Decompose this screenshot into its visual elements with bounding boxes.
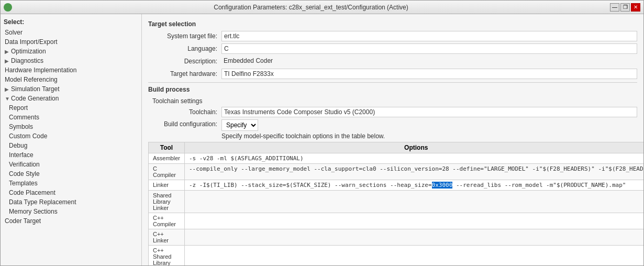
table-row: C++ Linker — [149, 229, 644, 246]
sidebar-item-data-type-replacement[interactable]: Data Type Replacement — [1, 197, 141, 207]
table-row: C Compiler--compile_only --large_memory_… — [149, 164, 644, 180]
close-button[interactable]: ✕ — [631, 3, 640, 12]
window-title: Configuration Parameters: c28x_serial_ex… — [12, 4, 610, 11]
options-cell[interactable] — [184, 229, 643, 246]
sidebar-item-code-placement[interactable]: Code Placement — [1, 188, 141, 197]
build-process-header: Build process — [148, 86, 637, 93]
sidebar-item-report[interactable]: Report — [1, 103, 141, 113]
options-cell[interactable]: -s -v28 -ml $(ASFLAGS_ADDITIONAL) — [184, 153, 643, 164]
sidebar-header: Select: — [1, 16, 141, 28]
language-row: Language: C — [148, 43, 637, 54]
sidebar-item-memory-sections[interactable]: Memory Sections — [1, 207, 141, 216]
options-cell[interactable] — [184, 213, 643, 229]
right-panel: Target selection System target file: ert… — [142, 14, 643, 265]
table-row: C++ Shared Library Li... — [149, 246, 644, 266]
build-config-select[interactable]: Specify — [221, 119, 258, 131]
options-cell[interactable]: -z -I$(TI_LIB) --stack_size=$(STACK_SIZE… — [184, 180, 643, 191]
build-config-label: Build configuration: — [148, 119, 221, 128]
toolchain-value[interactable]: Texas Instruments Code Composer Studio v… — [221, 107, 637, 117]
toolchain-table: Tool Options Assembler-s -v28 -ml $(ASFL… — [148, 142, 643, 265]
minimize-button[interactable]: — — [610, 3, 619, 12]
description-value: Embedded Coder — [221, 56, 637, 66]
system-target-row: System target file: ert.tlc — [148, 31, 637, 41]
sidebar-item-verification[interactable]: Verification — [1, 160, 141, 169]
table-row: C++ Compiler — [149, 213, 644, 229]
options-cell[interactable]: --compile_only --large_memory_model --cl… — [184, 164, 643, 180]
restore-button[interactable]: ❐ — [620, 3, 630, 12]
expand-icon-code-generation: ▼ — [5, 96, 10, 102]
window-controls: — ❐ ✕ — [610, 3, 640, 12]
sidebar-item-symbols[interactable]: Symbols — [1, 122, 141, 131]
sidebar-item-comments[interactable]: Comments — [1, 113, 141, 122]
options-cell[interactable] — [184, 191, 643, 213]
sidebar-item-code-generation[interactable]: ▼Code Generation — [1, 94, 141, 103]
main-content: Select: Solver Data Import/Export ▶Optim… — [1, 14, 643, 265]
sidebar-item-coder-target[interactable]: Coder Target — [1, 216, 141, 226]
system-target-value[interactable]: ert.tlc — [221, 31, 637, 41]
table-row: Assembler-s -v28 -ml $(ASFLAGS_ADDITIONA… — [149, 153, 644, 164]
table-row: Shared Library Linker — [149, 191, 644, 213]
expand-icon-optimization: ▶ — [5, 49, 10, 54]
toolchain-label: Toolchain: — [148, 108, 221, 116]
tool-cell: Assembler — [149, 153, 185, 164]
target-hardware-label: Target hardware: — [148, 70, 221, 77]
sidebar-item-templates[interactable]: Templates — [1, 179, 141, 188]
sidebar: Select: Solver Data Import/Export ▶Optim… — [1, 14, 142, 265]
build-config-content: Specify Specify model-specific toolchain… — [221, 119, 637, 140]
sidebar-item-optimization[interactable]: ▶Optimization — [1, 47, 141, 56]
target-hardware-value[interactable]: TI Delfino F2833x — [221, 69, 637, 79]
toolchain-row: Toolchain: Texas Instruments Code Compos… — [148, 107, 637, 117]
description-label: Description: — [148, 58, 221, 65]
divider-1 — [148, 82, 637, 83]
sidebar-item-custom-code[interactable]: Custom Code — [1, 131, 141, 141]
build-config-row: Build configuration: Specify Specify mod… — [148, 119, 637, 140]
expand-icon-simulation-target: ▶ — [5, 86, 10, 92]
table-row: Linker-z -I$(TI_LIB) --stack_size=$(STAC… — [149, 180, 644, 191]
language-label: Language: — [148, 45, 221, 52]
sidebar-item-diagnostics[interactable]: ▶Diagnostics — [1, 56, 141, 65]
highlighted-value: 0x3000 — [432, 182, 453, 189]
language-value[interactable]: C — [221, 43, 637, 54]
tool-cell: Shared Library Linker — [149, 191, 185, 213]
table-header-tool: Tool — [149, 142, 185, 153]
app-icon — [4, 3, 12, 12]
main-window: Configuration Parameters: c28x_serial_ex… — [0, 0, 644, 266]
sidebar-item-simulation-target[interactable]: ▶Simulation Target — [1, 84, 141, 94]
tool-cell: C++ Linker — [149, 229, 185, 246]
sidebar-item-hardware-impl[interactable]: Hardware Implementation — [1, 65, 141, 75]
table-header-options: Options — [184, 142, 643, 153]
expand-icon-diagnostics: ▶ — [5, 58, 10, 64]
toolchain-settings-header: Toolchain settings — [152, 97, 637, 105]
target-hardware-row: Target hardware: TI Delfino F2833x — [148, 69, 637, 79]
options-cell[interactable] — [184, 246, 643, 266]
description-row: Description: Embedded Coder — [148, 56, 637, 66]
tool-cell: C++ Shared Library Li... — [149, 246, 185, 266]
sidebar-item-solver[interactable]: Solver — [1, 28, 141, 37]
sidebar-item-model-referencing[interactable]: Model Referencing — [1, 75, 141, 84]
title-bar: Configuration Parameters: c28x_serial_ex… — [1, 1, 643, 14]
tool-cell: C Compiler — [149, 164, 185, 180]
sidebar-item-debug[interactable]: Debug — [1, 141, 141, 150]
target-selection-header: Target selection — [148, 20, 637, 28]
tool-cell: C++ Compiler — [149, 213, 185, 229]
system-target-label: System target file: — [148, 32, 221, 40]
build-config-description: Specify model-specific toolchain options… — [221, 132, 637, 140]
sidebar-item-data-import-export[interactable]: Data Import/Export — [1, 37, 141, 47]
sidebar-item-code-style[interactable]: Code Style — [1, 169, 141, 179]
sidebar-item-interface[interactable]: Interface — [1, 150, 141, 160]
tool-cell: Linker — [149, 180, 185, 191]
